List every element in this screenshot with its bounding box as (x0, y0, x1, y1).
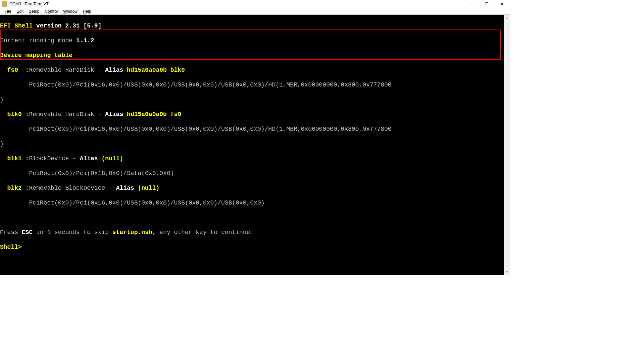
alias-label-3: Alias (80, 155, 102, 162)
blk2-label: blk2 : (0, 185, 29, 191)
minimize-button[interactable]: ─ (463, 0, 479, 8)
mapping-header: Device mapping table (0, 52, 72, 59)
scroll-up-button[interactable]: ▲ (504, 15, 510, 20)
press-text-1: Press (0, 229, 22, 236)
alias-label-4: Alias (116, 185, 138, 191)
close-paren-2: ) (0, 140, 4, 147)
close-paren-1: ) (0, 96, 4, 103)
terminal[interactable]: EFI Shell version 2.31 [5.9] Current run… (0, 15, 504, 275)
scrollbar[interactable]: ▲ ▼ (504, 15, 510, 275)
alias-label-1: Alias (105, 67, 127, 73)
blk1-label: blk1 : (0, 155, 29, 162)
close-button[interactable]: ✕ (494, 0, 510, 8)
blk2-desc: Removable BlockDevice - (29, 185, 116, 191)
maximize-button[interactable]: ❐ (479, 0, 494, 8)
version-text: version 2.31 [5.9] (33, 22, 101, 29)
blk1-alias: (null) (101, 155, 123, 162)
fs0-desc: Removable HardDisk - (29, 67, 105, 73)
fs0-path: PciRoot(0x0)/Pci(0x16,0x0)/USB(0x0,0x0)/… (0, 81, 392, 88)
esc-text: ESC (22, 229, 33, 236)
running-mode-value: 1.1.2 (76, 37, 94, 44)
menubar: File Edit Setup Control Window Help (0, 8, 510, 15)
menu-setup[interactable]: Setup (26, 8, 42, 14)
window-controls: ─ ❐ ✕ (463, 0, 510, 8)
blk0-alias: hd15a0a0a0b fs0 (127, 111, 181, 118)
startup-text: startup.nsh (112, 229, 152, 236)
efi-shell-label: EFI Shell (0, 22, 33, 29)
blk2-alias: (null) (138, 185, 159, 191)
press-text-3: , any other key to continue. (152, 229, 254, 236)
terminal-container: EFI Shell version 2.31 [5.9] Current run… (0, 15, 510, 275)
scrollbar-track[interactable] (504, 20, 510, 269)
scroll-down-button[interactable]: ▼ (504, 269, 510, 275)
menu-control[interactable]: Control (42, 8, 60, 14)
fs0-alias: hd15a0a0a0b blk0 (127, 67, 185, 73)
window: COM3 - Tera Term VT ─ ❐ ✕ File Edit Setu… (0, 0, 510, 275)
blk0-desc: Removable HardDisk - (29, 111, 105, 118)
blk1-path: PciRoot(0x0)/Pci(0x18,0x0)/Sata(0x0,0x0) (0, 170, 174, 177)
window-title: COM3 - Tera Term VT (9, 2, 49, 6)
menu-file[interactable]: File (2, 8, 14, 14)
menu-window[interactable]: Window (60, 8, 80, 14)
menu-help[interactable]: Help (80, 8, 94, 14)
shell-prompt: Shell> (0, 244, 22, 250)
blk2-path: PciRoot(0x0)/Pci(0x16,0x0)/USB(0x0,0x0)/… (0, 199, 265, 206)
press-text-2: in 1 seconds to skip (33, 229, 112, 236)
app-icon (2, 1, 7, 7)
titlebar: COM3 - Tera Term VT ─ ❐ ✕ (0, 0, 510, 8)
blk0-label: blk0 : (0, 111, 29, 118)
running-mode-label: Current running mode (0, 37, 76, 44)
fs0-label: fs0 : (0, 67, 29, 73)
blk1-desc: BlockDevice - (29, 155, 80, 162)
alias-label-2: Alias (105, 111, 127, 118)
menu-edit[interactable]: Edit (14, 8, 26, 14)
blk0-path: PciRoot(0x0)/Pci(0x16,0x0)/USB(0x0,0x0)/… (0, 126, 392, 132)
